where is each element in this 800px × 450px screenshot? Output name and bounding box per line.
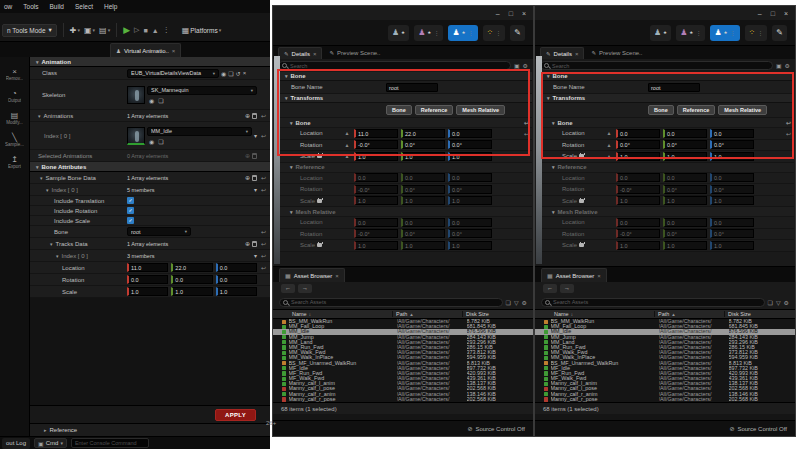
rotation-y-field[interactable]: 0.0° <box>663 140 707 149</box>
platforms-dropdown[interactable]: ▦ Platforms▾ <box>182 26 222 35</box>
location-y-field[interactable]: 22.0 <box>401 129 445 138</box>
transform-group-header[interactable]: ▾ Bone ↩ <box>542 118 794 128</box>
search-input[interactable]: Search <box>540 61 773 70</box>
forward-button[interactable]: → <box>560 284 574 293</box>
rotation-y-field[interactable]: 0.0° <box>401 229 445 238</box>
skeleton-editor-icon[interactable]: ♟★ <box>650 25 671 41</box>
menu-item[interactable]: Select <box>75 3 93 10</box>
rotation-x-field[interactable]: -0.0° <box>616 185 660 194</box>
asset-row[interactable]: Manny_calf_r_pose /All/Game/Characters/ … <box>273 397 533 402</box>
reset-to-default-icon[interactable]: ↩ <box>257 228 270 235</box>
rotation-x-field[interactable]: -0.0° <box>354 229 398 238</box>
tab-virtual-animation[interactable]: ♟ Virtual Animatio.. × <box>110 43 181 57</box>
tab-asset-browser[interactable]: ▦ Asset Browser × <box>541 268 607 282</box>
transform-group-header[interactable]: ▾ Mesh Relative ↩ <box>280 207 532 217</box>
scale-z-field[interactable]: 1.0 <box>448 196 492 205</box>
use-selected-icon[interactable]: ◉ <box>221 70 226 77</box>
location-x-field[interactable]: 0.0 <box>354 218 398 227</box>
scale-y-field[interactable]: 1.0 <box>401 241 445 250</box>
checkbox-checked[interactable]: ✓ <box>127 197 134 204</box>
checkbox-checked[interactable]: ✓ <box>127 217 134 224</box>
more-options-icon[interactable]: ⋮ <box>468 29 474 36</box>
rotation-x-field[interactable]: -0.0° <box>354 185 398 194</box>
reset-to-default-icon[interactable]: ↩ <box>257 240 270 247</box>
animation-blueprint-editor-icon[interactable]: ⁘⋮ <box>745 25 768 41</box>
transforms-section-header[interactable]: ▾Transforms <box>280 94 532 103</box>
location-z-field[interactable]: 0.0 <box>448 129 492 138</box>
rotation-z-field[interactable]: 0.0° <box>710 140 754 149</box>
more-options-icon[interactable]: ⋮ <box>730 29 736 36</box>
maximize-button[interactable]: □ <box>771 10 775 17</box>
physics-editor-icon[interactable]: ✎ <box>510 25 525 41</box>
skeletal-mesh-editor-icon[interactable]: ♟★⋮ <box>414 25 443 41</box>
tools-mode-dropdown[interactable]: n Tools Mode▾ <box>2 24 57 37</box>
browse-icon[interactable]: ❏ <box>158 97 163 104</box>
reset-to-default-icon[interactable]: ↩ <box>257 252 270 259</box>
location-z-field[interactable]: 0.0 <box>710 129 754 138</box>
add-content-button[interactable]: ✚▾ <box>70 26 80 35</box>
rotation-y-field[interactable]: 0.0 <box>171 275 212 284</box>
tab-preview-scene[interactable]: ✎ Preview Scene.. <box>324 47 385 59</box>
scale-z-field[interactable]: 1.0 <box>448 241 492 250</box>
side-tool-button[interactable]: ╲ Sample... <box>0 129 29 151</box>
filter-icon[interactable]: ▽ <box>776 299 781 306</box>
scale-z-field[interactable]: 1.0 <box>710 196 754 205</box>
bone-dropdown[interactable]: root▾ <box>127 227 191 236</box>
close-tab-icon[interactable]: × <box>575 51 579 57</box>
display-filter-icon[interactable]: ▣ <box>776 62 782 69</box>
scale-z-field[interactable]: 1.0 <box>216 287 257 296</box>
lock-icon[interactable] <box>579 243 584 247</box>
tab-asset-browser[interactable]: ▦ Asset Browser × <box>279 268 345 282</box>
lock-icon[interactable] <box>317 199 322 203</box>
scale-z-field[interactable]: 1.0 <box>710 241 754 250</box>
scale-y-field[interactable]: 1.0 <box>663 152 707 161</box>
animation-section-header[interactable]: ▾Animation <box>30 57 270 67</box>
rotation-x-field[interactable]: 0.0 <box>127 275 168 284</box>
scale-y-field[interactable]: 1.0 <box>401 152 445 161</box>
bone-name-input[interactable]: root <box>648 83 700 92</box>
browse-icon[interactable]: ❏ <box>228 70 233 77</box>
close-button[interactable]: × <box>784 10 788 17</box>
bone-section-header[interactable]: ▾Bone <box>280 72 532 81</box>
transform-group-header[interactable]: ▾ Reference ↩ <box>280 163 532 173</box>
skeleton-dropdown[interactable]: SK_Mannequin▾ <box>147 86 257 95</box>
location-x-field[interactable]: 0.0 <box>616 173 660 182</box>
space-button[interactable]: Mesh Relative <box>456 105 505 115</box>
skeletal-mesh-editor-icon[interactable]: ♟★⋮ <box>676 25 705 41</box>
reset-to-default-icon[interactable]: ↩ <box>257 186 270 193</box>
close-tab-icon[interactable]: × <box>335 273 339 279</box>
apply-button[interactable]: APPLY <box>215 409 256 421</box>
close-button[interactable]: × <box>522 10 526 17</box>
browse-icon[interactable]: ❏ <box>158 138 163 145</box>
editor-modes-button[interactable]: ▣▾ <box>84 26 95 35</box>
scale-y-field[interactable]: 1.0 <box>171 287 212 296</box>
settings-gear-icon[interactable]: ⚙ <box>523 62 528 69</box>
bone-name-input[interactable]: root <box>386 83 438 92</box>
cinematics-button[interactable]: ▤▾ <box>99 26 110 35</box>
source-control-status[interactable]: Source Control Off <box>475 426 525 432</box>
transforms-section-header[interactable]: ▾Transforms <box>542 94 794 103</box>
asset-search-input[interactable]: Search Assets <box>279 298 503 307</box>
search-input[interactable]: Search <box>278 61 511 70</box>
location-y-field[interactable]: 0.0 <box>401 173 445 182</box>
location-y-field[interactable]: 0.0 <box>663 173 707 182</box>
bone-section-header[interactable]: ▾Bone <box>542 72 794 81</box>
column-path[interactable]: Path▲ <box>655 311 725 317</box>
add-element-icon[interactable]: ⊕ <box>245 152 250 159</box>
history-icon[interactable]: ↺ <box>236 70 241 77</box>
column-disk-size[interactable]: Disk Size <box>463 311 533 317</box>
lock-icon[interactable] <box>579 154 584 158</box>
transform-group-header[interactable]: ▾ Bone ↩ <box>280 118 532 128</box>
filter-icon[interactable]: ▽ <box>514 299 519 306</box>
reset-to-default-icon[interactable]: ↩ <box>257 132 270 139</box>
tab-details[interactable]: ✎ Details × <box>540 47 584 59</box>
location-y-field[interactable]: 0.0 <box>663 218 707 227</box>
settings-gear-icon[interactable]: ⚙ <box>785 62 790 69</box>
location-y-field[interactable]: 22.0 <box>171 263 212 272</box>
reset-to-default-icon[interactable]: ↩ <box>521 130 532 137</box>
reset-to-default-icon[interactable]: ↩ <box>257 112 270 119</box>
animation-thumbnail[interactable] <box>127 127 145 145</box>
physics-editor-icon[interactable]: ✎ <box>772 25 787 41</box>
location-z-field[interactable]: 0.0 <box>216 263 257 272</box>
more-options-icon[interactable]: ⋮ <box>495 29 501 36</box>
